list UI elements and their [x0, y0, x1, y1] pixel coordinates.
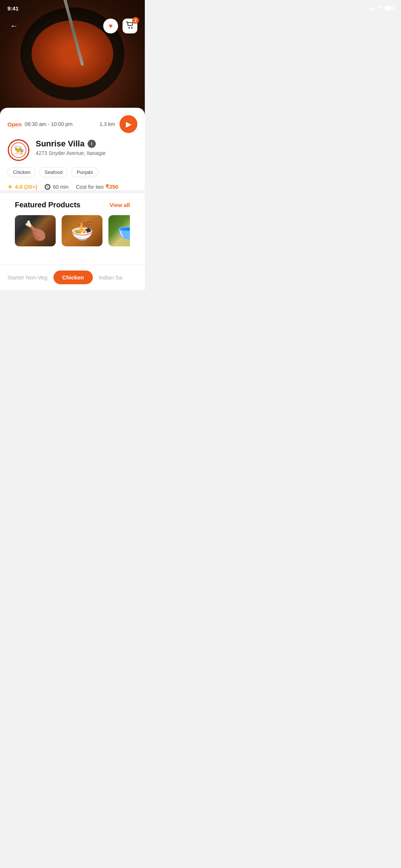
- section-header: Featured Products View all: [15, 201, 130, 209]
- info-button[interactable]: i: [88, 140, 96, 148]
- nav-right-icons: ♥ 2: [103, 19, 137, 33]
- tab-indian-sa[interactable]: Indian Sa: [99, 273, 122, 282]
- delivery-time: 60 min: [45, 184, 68, 190]
- view-all-button[interactable]: View all: [110, 202, 130, 208]
- product-image-chinese: 🍜: [62, 215, 102, 246]
- back-button[interactable]: ←: [7, 19, 21, 33]
- product-card-chicken[interactable]: 🍗 Chicken (54): [15, 215, 56, 246]
- featured-products-section: Featured Products View all 🍗 Chicken (54…: [7, 193, 137, 257]
- navigate-button[interactable]: ▶: [120, 115, 137, 133]
- rating: ★ 4.0 (20+): [7, 183, 37, 190]
- restaurant-info-card: Open 08:30 am - 10:00 pm 1.3 km ▶ 👨‍🍳 Su…: [0, 108, 145, 264]
- cart-badge: 2: [132, 17, 139, 24]
- navigation-icon: ▶: [126, 120, 131, 129]
- section-title: Featured Products: [15, 201, 81, 209]
- svg-point-0: [128, 27, 130, 29]
- rating-value: 4.0 (20+): [15, 184, 37, 190]
- product-card-chinese[interactable]: 🍜 Chinese (48): [62, 215, 102, 246]
- delivery-time-value: 60 min: [53, 184, 68, 190]
- restaurant-address: 4273 Snyder Avenue, Itanagar: [36, 150, 137, 156]
- heart-icon: ♥: [109, 22, 113, 30]
- opening-hours: 08:30 am - 10:00 pm: [25, 121, 72, 127]
- cost-value: ₹350: [105, 184, 118, 190]
- status-bar: 9:41: [0, 0, 145, 16]
- status-row: Open 08:30 am - 10:00 pm 1.3 km ▶: [7, 115, 137, 133]
- favorite-button[interactable]: ♥: [103, 19, 118, 33]
- tag-punjabi[interactable]: Punjabi: [71, 167, 98, 177]
- products-row: 🍗 Chicken (54) 🍜 Chinese (48): [15, 215, 130, 249]
- status-time: 9:41: [7, 5, 19, 12]
- product-image-soup: 🥣: [108, 215, 130, 246]
- category-tabs: Starter Non-Veg Chicken Indian Sa: [0, 264, 145, 290]
- cost-label: Cost for two: [76, 184, 104, 190]
- tag-chicken[interactable]: Chicken: [7, 167, 36, 177]
- food-background: [0, 0, 145, 119]
- product-image-chicken: 🍗: [15, 215, 56, 246]
- svg-point-1: [131, 27, 133, 29]
- cuisine-tags: Chicken Seafood Punjabi: [7, 167, 137, 177]
- nav-overlay: ← ♥ 2: [0, 19, 145, 33]
- open-status: Open: [7, 121, 22, 127]
- restaurant-details-row: 👨‍🍳 Sunrise Villa i 4273 Snyder Avenue, …: [7, 139, 137, 161]
- product-card-soup[interactable]: 🥣 Soup (25): [108, 215, 130, 246]
- restaurant-name: Sunrise Villa: [36, 139, 85, 149]
- hero-image: ← ♥ 2: [0, 0, 145, 119]
- clock-icon: [45, 184, 50, 190]
- restaurant-info: Sunrise Villa i 4273 Snyder Avenue, Itan…: [36, 139, 137, 160]
- distance: 1.3 km: [100, 121, 115, 127]
- rating-row: ★ 4.0 (20+) 60 min Cost for two ₹350: [7, 183, 137, 190]
- tab-starter-non-veg[interactable]: Starter Non-Veg: [7, 273, 48, 282]
- restaurant-logo: 👨‍🍳: [7, 139, 30, 161]
- cart-button[interactable]: 2: [123, 19, 137, 33]
- star-icon: ★: [7, 183, 13, 190]
- tab-chicken[interactable]: Chicken: [53, 271, 93, 284]
- status-left: Open 08:30 am - 10:00 pm: [7, 121, 73, 127]
- chef-hat-icon: 👨‍🍳: [14, 145, 24, 155]
- tag-seafood[interactable]: Seafood: [39, 167, 68, 177]
- section-divider: [0, 190, 145, 193]
